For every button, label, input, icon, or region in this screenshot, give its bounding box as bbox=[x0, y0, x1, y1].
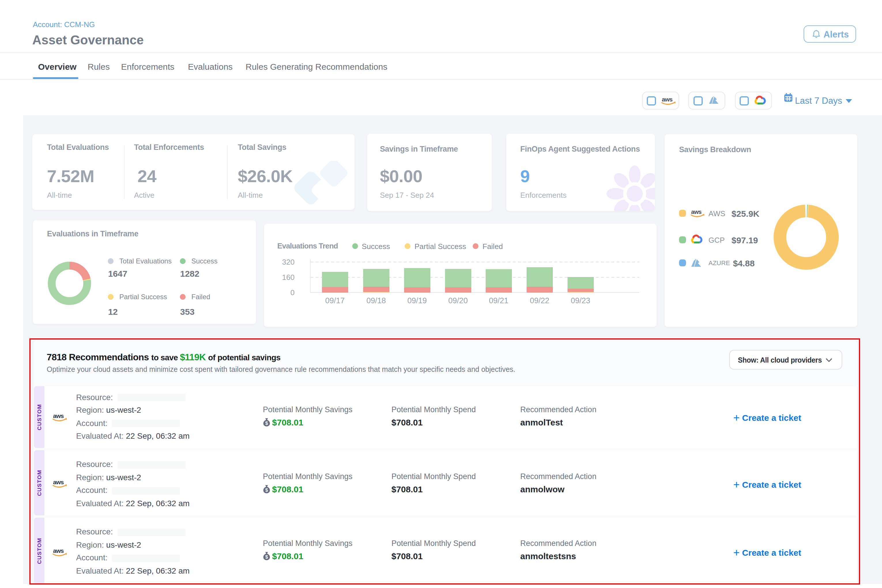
svg-text:09/18: 09/18 bbox=[366, 296, 386, 305]
svg-text:160: 160 bbox=[282, 273, 294, 282]
svg-text:0: 0 bbox=[290, 288, 294, 297]
svg-text:09/17: 09/17 bbox=[325, 296, 345, 305]
svg-text:320: 320 bbox=[282, 258, 294, 266]
svg-text:09/20: 09/20 bbox=[448, 296, 468, 305]
svg-text:09/23: 09/23 bbox=[570, 296, 590, 305]
svg-text:aws: aws bbox=[691, 208, 702, 215]
svg-text:aws: aws bbox=[662, 96, 672, 103]
svg-text:09/19: 09/19 bbox=[407, 296, 427, 305]
svg-text:09/22: 09/22 bbox=[530, 296, 549, 305]
svg-text:09/21: 09/21 bbox=[489, 296, 508, 305]
